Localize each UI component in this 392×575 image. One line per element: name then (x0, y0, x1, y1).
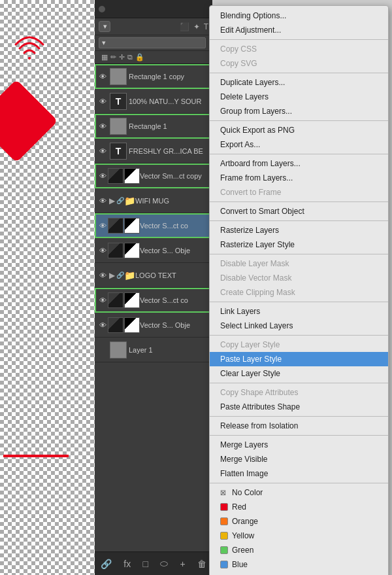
lock-artboard-icon[interactable]: ⧉ (127, 53, 133, 61)
layer-visibility-icon[interactable]: 👁 (97, 270, 108, 281)
menu-item-color-orange[interactable]: Orange (210, 514, 388, 529)
menu-item-rasterize-layers[interactable]: Rasterize Layers (210, 223, 388, 237)
menu-item-edit-adjustment[interactable]: Edit Adjustment... (210, 23, 388, 37)
layer-thumb-vector (108, 243, 123, 258)
menu-item-copy-layer-style: Copy Layer Style (210, 338, 388, 352)
filter-type-icon[interactable]: T (204, 22, 208, 31)
layer-item[interactable]: 👁Vector S... Obje (95, 238, 212, 263)
layer-visibility-icon[interactable]: 👁 (97, 245, 108, 256)
layer-item[interactable]: Layer 1 (95, 338, 212, 362)
layer-item[interactable]: 👁T100% NATU...Y SOUR (95, 89, 212, 114)
layer-thumb-vector (108, 218, 123, 234)
menu-item-color-red[interactable]: Red (210, 500, 388, 514)
menu-item-color-blue[interactable]: Blue (210, 557, 388, 572)
lock-move-icon[interactable]: ✛ (119, 53, 125, 61)
menu-item-no-color[interactable]: ☒No Color (210, 485, 388, 500)
layer-visibility-icon[interactable]: 👁 (97, 320, 108, 330)
layer-thumb-vector2 (124, 243, 140, 258)
menu-item-release-from-isolation[interactable]: Release from Isolation (210, 419, 388, 433)
layer-visibility-icon[interactable]: 👁 (97, 196, 108, 206)
menu-separator (210, 220, 388, 221)
layer-item[interactable]: 👁Rectangle 1 copy (95, 64, 212, 89)
panel-search-row: ▾ ⬛ ✦ T (95, 18, 212, 35)
layer-thumb-vector2 (124, 168, 140, 184)
link-layers-icon[interactable]: 🔗 (101, 559, 112, 569)
menu-item-color-violet[interactable]: Violet (210, 572, 388, 575)
menu-item-color-green[interactable]: Green (210, 543, 388, 557)
menu-item-quick-export[interactable]: Quick Export as PNG (210, 123, 388, 137)
layer-item[interactable]: 👁▶🔗📁LOGO TEXT (95, 263, 212, 288)
layer-item[interactable]: 👁TFRESHLY GR...ICA BE (95, 139, 212, 164)
menu-item-label: Green (232, 546, 253, 555)
layer-name: Vector S... Obje (140, 321, 210, 329)
blend-mode-select[interactable]: ▾ (99, 37, 206, 48)
lock-padlock-icon[interactable]: 🔒 (135, 53, 144, 61)
layer-visibility-icon[interactable]: 👁 (97, 171, 108, 181)
canvas-red-bar (3, 455, 69, 457)
layer-item[interactable]: 👁Vector S...ct co (95, 288, 212, 313)
layer-name: Vector Sm...ct copy (140, 172, 210, 180)
no-color-check-icon: ☒ (220, 489, 228, 497)
delete-layer-icon[interactable]: 🗑 (197, 559, 206, 569)
menu-item-paste-shape-attributes[interactable]: Paste Attributes Shape (210, 400, 388, 414)
menu-item-duplicate-layers[interactable]: Duplicate Layers... (210, 75, 388, 90)
lock-checkerboard-icon[interactable]: ▦ (101, 53, 108, 61)
menu-item-group-from-layers[interactable]: Group from Layers... (210, 104, 388, 118)
menu-item-paste-layer-style[interactable]: Paste Layer Style (210, 352, 388, 366)
layer-name: Rectangle 1 copy (129, 73, 210, 80)
add-mask-icon[interactable]: ⬭ (160, 558, 168, 569)
menu-item-merge-visible[interactable]: Merge Visible (210, 452, 388, 466)
layer-thumbnail (110, 341, 127, 358)
menu-item-artboard-from-layers[interactable]: Artboard from Layers... (210, 156, 388, 171)
menu-item-convert-to-smart[interactable]: Convert to Smart Object (210, 204, 388, 218)
layer-name: Layer 1 (129, 346, 210, 354)
menu-item-export-as[interactable]: Export As... (210, 137, 388, 152)
new-layer-icon[interactable]: + (180, 559, 185, 569)
folder-shape-icon: 📁 (124, 270, 135, 281)
menu-separator (210, 483, 388, 483)
layer-visibility-icon[interactable]: 👁 (97, 121, 108, 131)
menu-item-select-linked-layers[interactable]: Select Linked Layers (210, 319, 388, 333)
menu-item-clear-layer-style[interactable]: Clear Layer Style (210, 366, 388, 381)
layer-item[interactable]: 👁Rectangle 1 (95, 114, 212, 139)
menu-item-blending-options[interactable]: Blending Options... (210, 9, 388, 23)
menu-item-link-layers[interactable]: Link Layers (210, 304, 388, 319)
search-kind-dropdown[interactable]: ▾ (99, 21, 110, 32)
menu-item-delete-layers[interactable]: Delete Layers (210, 90, 388, 104)
layer-visibility-icon[interactable]: 👁 (97, 96, 108, 107)
menu-item-create-clipping-mask: Create Clipping Mask (210, 285, 388, 300)
menu-item-merge-layers[interactable]: Merge Layers (210, 438, 388, 452)
layer-name: 100% NATU...Y SOUR (129, 97, 210, 105)
layer-thumb-vector (108, 168, 123, 184)
chain-icon: 🔗 (116, 271, 124, 279)
layer-name: WIFI MUG (135, 197, 210, 205)
layer-item[interactable]: 👁▶🔗📁WIFI MUG (95, 188, 212, 213)
layer-item[interactable]: 👁Vector S...ct co (95, 213, 212, 238)
layer-visibility-icon[interactable]: 👁 (97, 220, 108, 231)
layer-visibility-icon[interactable]: 👁 (97, 146, 108, 156)
menu-separator (210, 73, 388, 73)
folder-icon: ▶ (109, 196, 115, 205)
menu-item-color-yellow[interactable]: Yellow (210, 529, 388, 543)
panel-close-dot[interactable] (99, 6, 105, 12)
filter-pixel-icon[interactable]: ⬛ (180, 22, 189, 31)
filter-adjust-icon[interactable]: ✦ (193, 22, 200, 31)
menu-item-copy-svg: Copy SVG (210, 56, 388, 71)
layer-item[interactable]: 👁Vector Sm...ct copy (95, 164, 212, 188)
layer-item[interactable]: 👁Vector S... Obje (95, 313, 212, 338)
new-group-icon[interactable]: □ (142, 559, 148, 569)
layer-visibility-icon[interactable] (97, 345, 108, 355)
menu-item-frame-from-layers[interactable]: Frame from Layers... (210, 171, 388, 185)
layer-thumb-vector2 (124, 317, 140, 333)
layer-thumb-vector (108, 317, 123, 333)
menu-separator (210, 254, 388, 254)
layer-visibility-icon[interactable]: 👁 (97, 295, 108, 305)
menu-item-rasterize-layer-style[interactable]: Rasterize Layer Style (210, 237, 388, 252)
lock-pen-icon[interactable]: ✏ (110, 53, 116, 61)
menu-item-label: Blue (232, 560, 248, 569)
layer-visibility-icon[interactable]: 👁 (97, 71, 108, 82)
menu-item-flatten-image[interactable]: Flatten Image (210, 466, 388, 481)
layer-effects-icon[interactable]: fx (123, 559, 131, 569)
menu-item-label: Yellow (232, 531, 254, 540)
folder-icon: ▶ (109, 271, 115, 280)
